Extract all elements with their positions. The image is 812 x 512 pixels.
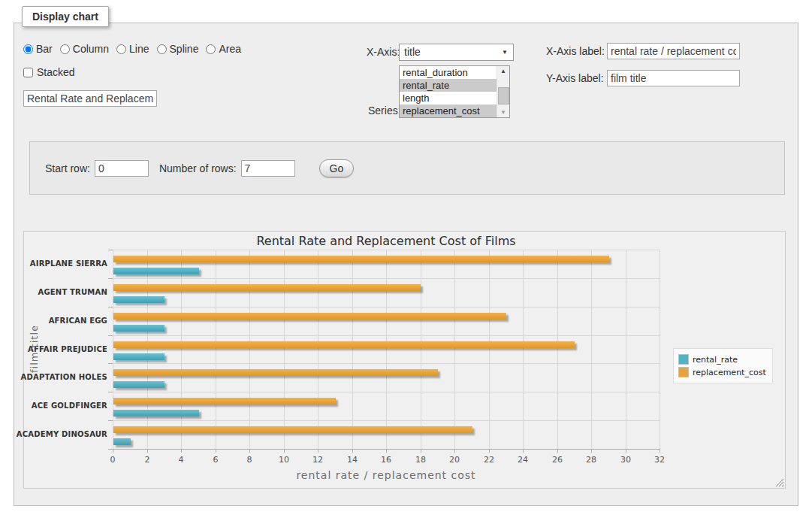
x-axis-select-value: title <box>404 46 421 58</box>
x-tick-label: 32 <box>648 455 671 465</box>
series-option-replacement_cost[interactable]: replacement_cost <box>400 105 497 117</box>
page: Display chart BarColumnLineSplineArea St… <box>0 0 812 512</box>
y-gridline-5 <box>113 392 660 392</box>
bar-rental_rate-0[interactable] <box>113 268 199 274</box>
stacked-label: Stacked <box>37 66 75 78</box>
legend-item-rental_rate[interactable]: rental_rate <box>678 354 766 365</box>
chart-type-option-label: Line <box>129 43 149 55</box>
legend-label-rental_rate: rental_rate <box>693 355 738 365</box>
x-gridline-26 <box>557 250 558 449</box>
chart-area: Rental Rate and Replacement Cost of Film… <box>24 232 785 488</box>
chart-type-radio-column[interactable] <box>60 44 70 54</box>
number-of-rows-input[interactable] <box>241 160 295 177</box>
x-gridline-0 <box>113 250 113 449</box>
bar-rental_rate-6[interactable] <box>113 438 131 445</box>
chart-type-option-column[interactable]: Column <box>60 43 109 55</box>
chart-type-option-spline[interactable]: Spline <box>157 43 199 55</box>
x-axis-title: rental rate / replacement cost <box>113 469 660 481</box>
x-gridline-2 <box>147 250 148 449</box>
x-gridline-6 <box>216 250 216 449</box>
series-option-rental_duration[interactable]: rental_duration <box>400 66 497 79</box>
bar-rental_rate-2[interactable] <box>113 325 165 332</box>
x-gridline-18 <box>421 250 421 449</box>
rows-form: Start row: Number of rows: Go <box>29 141 785 195</box>
legend-swatch-rental_rate <box>678 354 689 365</box>
scroll-up-icon[interactable]: ▲ <box>497 66 509 76</box>
y-tick <box>108 392 113 392</box>
chart-type-radio-group: BarColumnLineSplineArea <box>23 43 249 56</box>
series-option-length[interactable]: length <box>400 92 497 105</box>
bar-replacement_cost-1[interactable] <box>113 284 421 291</box>
chart-title-input[interactable] <box>23 90 157 107</box>
y-axis-title: film title <box>29 319 39 379</box>
legend-item-replacement_cost[interactable]: replacement_cost <box>678 367 766 377</box>
x-tick <box>660 450 660 453</box>
x-tick-label: 12 <box>306 455 329 465</box>
x-tick-label: 4 <box>170 455 192 465</box>
x-tick-label: 22 <box>478 455 500 465</box>
x-tick-label: 30 <box>614 455 637 465</box>
x-tick <box>386 450 387 453</box>
x-gridline-32 <box>660 250 660 449</box>
chart-legend: rental_ratereplacement_cost <box>673 348 773 383</box>
bar-replacement_cost-2[interactable] <box>113 313 506 320</box>
y-tick <box>108 449 113 450</box>
category-label-1: AGENT TRUMAN <box>38 288 107 296</box>
stacked-checkbox[interactable] <box>23 68 33 77</box>
chart-container: Rental Rate and Replacement Cost of Film… <box>23 231 786 489</box>
scrollbar-thumb[interactable] <box>498 87 509 105</box>
bar-replacement_cost-5[interactable] <box>113 398 336 404</box>
bar-rental_rate-1[interactable] <box>113 296 165 303</box>
x-tick-label: 14 <box>341 455 364 465</box>
chart-type-radio-bar[interactable] <box>23 44 33 54</box>
bar-rental_rate-5[interactable] <box>113 410 199 417</box>
chart-type-radio-area[interactable] <box>206 44 216 54</box>
chart-type-option-label: Area <box>219 43 241 55</box>
y-gridline-2 <box>113 307 660 308</box>
y-axis-label-input[interactable] <box>607 70 740 86</box>
chart-type-option-area[interactable]: Area <box>206 43 241 55</box>
bar-replacement_cost-4[interactable] <box>113 369 438 376</box>
x-tick <box>147 450 148 453</box>
y-tick <box>108 363 113 364</box>
chart-type-option-bar[interactable]: Bar <box>23 43 53 55</box>
series-listbox[interactable]: rental_durationrental_ratelengthreplacem… <box>399 65 510 118</box>
bar-rental_rate-4[interactable] <box>113 381 165 388</box>
x-gridline-30 <box>626 250 626 449</box>
scroll-down-icon[interactable]: ▼ <box>497 108 509 117</box>
series-options: rental_durationrental_ratelengthreplacem… <box>400 66 497 117</box>
x-tick-label: 24 <box>512 455 534 465</box>
legend-label-replacement_cost: replacement_cost <box>693 368 766 377</box>
x-tick <box>523 450 524 453</box>
chart-type-option-label: Bar <box>36 43 53 55</box>
category-label-0: AIRPLANE SIERRA <box>30 259 107 268</box>
chart-title: Rental Rate and Replacement Cost of Film… <box>113 234 660 248</box>
x-tick <box>421 450 421 453</box>
x-axis-select[interactable]: title ▼ <box>399 44 514 61</box>
x-tick <box>557 450 558 453</box>
x-tick <box>249 450 250 453</box>
listbox-scrollbar[interactable]: ▲ ▼ <box>497 66 509 117</box>
start-row-input[interactable] <box>95 160 149 177</box>
x-tick <box>284 450 285 453</box>
series-select-label: Series: <box>368 105 401 117</box>
x-axis-label-input[interactable] <box>607 43 740 59</box>
go-button[interactable]: Go <box>319 159 355 177</box>
y-tick <box>108 250 113 250</box>
bar-replacement_cost-3[interactable] <box>113 341 575 348</box>
series-option-rental_rate[interactable]: rental_rate <box>400 79 497 92</box>
x-tick <box>454 450 455 453</box>
x-tick-label: 0 <box>101 455 124 465</box>
category-label-6: ACADEMY DINOSAUR <box>17 430 107 438</box>
x-tick-label: 6 <box>204 455 227 465</box>
bar-replacement_cost-6[interactable] <box>113 426 472 433</box>
bar-rental_rate-3[interactable] <box>113 353 165 360</box>
x-tick-label: 26 <box>546 455 569 465</box>
bar-replacement_cost-0[interactable] <box>113 256 609 262</box>
x-tick <box>489 450 490 453</box>
stacked-checkbox-row[interactable]: Stacked <box>23 66 75 78</box>
x-gridline-22 <box>489 250 490 449</box>
chart-type-radio-spline[interactable] <box>157 44 167 54</box>
chart-type-option-line[interactable]: Line <box>116 43 149 55</box>
chart-type-radio-line[interactable] <box>116 44 126 54</box>
